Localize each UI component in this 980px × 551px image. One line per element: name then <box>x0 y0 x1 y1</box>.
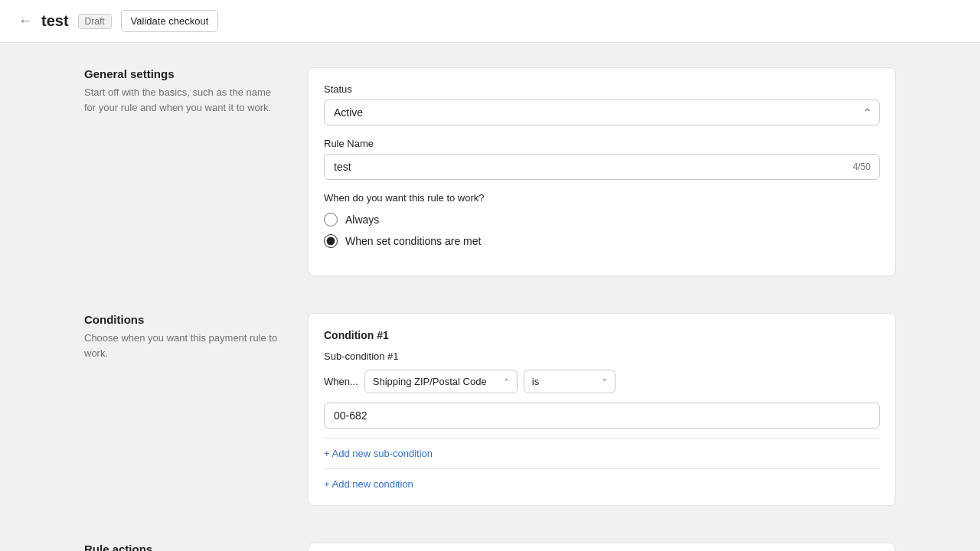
page-title: test <box>41 12 69 30</box>
radio-conditions-option[interactable]: When set conditions are met <box>324 234 880 248</box>
radio-conditions-label: When set conditions are met <box>345 235 481 247</box>
rule-actions-title: Rule actions <box>84 543 283 551</box>
conditions-form: Condition #1 Sub-condition #1 When... Sh… <box>308 313 896 506</box>
conditions-card: Condition #1 Sub-condition #1 When... Sh… <box>308 313 896 521</box>
draft-badge: Draft <box>78 14 112 29</box>
rule-actions-left: Rule actions Choose what you want for th… <box>84 543 283 551</box>
status-label: Status <box>324 83 880 95</box>
operator-wrapper: is is not contains starts with ⌃ <box>524 370 616 393</box>
condition-field-select[interactable]: Shipping ZIP/Postal Code Billing Country… <box>364 370 518 393</box>
general-settings-form: Status Active Inactive ⌃ Rule Name 4/5 <box>308 67 896 276</box>
general-settings-left: General settings Start off with the basi… <box>84 67 283 115</box>
conditions-desc: Choose when you want this payment rule t… <box>84 331 283 360</box>
general-settings-section: General settings Start off with the basi… <box>84 67 896 292</box>
condition-field-wrapper: Shipping ZIP/Postal Code Billing Country… <box>364 370 518 393</box>
validate-checkout-button[interactable]: Validate checkout <box>121 10 219 32</box>
when-label: When... <box>324 376 358 387</box>
add-sub-condition-button[interactable]: + Add new sub-condition <box>324 448 433 459</box>
condition-1-title: Condition #1 <box>324 329 880 341</box>
add-condition-label: + Add new condition <box>324 478 413 490</box>
condition-row: When... Shipping ZIP/Postal Code Billing… <box>324 370 880 393</box>
radio-group: Always When set conditions are met <box>324 213 880 248</box>
rule-name-field-group: Rule Name 4/50 <box>324 138 880 180</box>
radio-always-input[interactable] <box>324 213 338 227</box>
divider-1 <box>324 438 880 439</box>
sub-condition-1-title: Sub-condition #1 <box>324 350 880 362</box>
operator-select[interactable]: is is not contains starts with <box>524 370 616 393</box>
general-settings-card: Status Active Inactive ⌃ Rule Name 4/5 <box>308 67 896 292</box>
radio-conditions-input[interactable] <box>324 234 338 248</box>
condition-value-wrapper <box>324 403 880 429</box>
when-rule-work-group: When do you want this rule to work? Alwa… <box>324 192 880 248</box>
rule-name-char-count: 4/50 <box>853 161 871 172</box>
rule-name-input[interactable] <box>324 154 880 180</box>
add-sub-condition-label: + Add new sub-condition <box>324 448 433 459</box>
conditions-section: Conditions Choose when you want this pay… <box>84 313 896 521</box>
rule-name-label: Rule Name <box>324 138 880 149</box>
radio-always-label: Always <box>345 214 379 226</box>
general-settings-title: General settings <box>84 67 283 80</box>
rule-actions-section: Rule actions Choose what you want for th… <box>84 543 896 551</box>
general-settings-desc: Start off with the basics, such as the n… <box>84 85 283 115</box>
divider-2 <box>324 468 880 469</box>
conditions-left: Conditions Choose when you want this pay… <box>84 313 283 360</box>
rule-name-input-wrapper: 4/50 <box>324 154 880 180</box>
condition-value-input[interactable] <box>324 403 880 429</box>
conditions-title: Conditions <box>84 313 283 326</box>
add-condition-button[interactable]: + Add new condition <box>324 478 413 490</box>
status-field-group: Status Active Inactive ⌃ <box>324 83 880 126</box>
back-button[interactable]: ← <box>18 13 32 29</box>
when-rule-work-label: When do you want this rule to work? <box>324 192 880 204</box>
status-select[interactable]: Active Inactive <box>324 99 880 126</box>
rule-actions-form: Error message 23/100 This is the message… <box>308 543 896 551</box>
rule-actions-card: Error message 23/100 This is the message… <box>308 543 896 551</box>
page-sections: General settings Start off with the basi… <box>54 43 926 551</box>
status-select-wrapper: Active Inactive ⌃ <box>324 99 880 126</box>
radio-always-option[interactable]: Always <box>324 213 880 227</box>
top-bar: ← test Draft Validate checkout <box>0 0 980 43</box>
